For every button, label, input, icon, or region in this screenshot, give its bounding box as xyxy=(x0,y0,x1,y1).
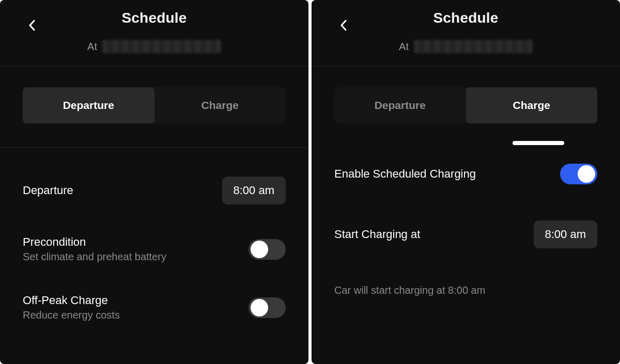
enable-scheduled-toggle[interactable] xyxy=(560,164,597,184)
precondition-label: Precondition xyxy=(23,235,166,249)
charging-hint: Car will start charging at 8:00 am xyxy=(334,284,597,296)
location-redacted xyxy=(102,40,221,53)
page-title: Schedule xyxy=(433,10,498,26)
mode-tabs: Departure Charge xyxy=(23,87,286,123)
tab-departure[interactable]: Departure xyxy=(23,87,154,123)
offpeak-toggle[interactable] xyxy=(249,297,286,318)
divider xyxy=(0,147,308,148)
offpeak-label: Off-Peak Charge xyxy=(23,294,120,307)
precondition-row: Precondition Set climate and preheat bat… xyxy=(23,235,286,263)
divider xyxy=(0,66,308,67)
location-redacted xyxy=(414,40,533,53)
start-charging-time-picker[interactable]: 8:00 am xyxy=(534,220,598,248)
departure-label: Departure xyxy=(23,184,73,197)
header: Schedule xyxy=(0,0,308,36)
header: Schedule xyxy=(312,0,620,36)
enable-scheduled-label: Enable Scheduled Charging xyxy=(334,167,476,181)
toggle-knob xyxy=(251,299,268,316)
right-panel: Schedule At Departure Charge Enable Sche… xyxy=(312,0,620,364)
location-prefix: At xyxy=(399,41,409,53)
offpeak-row: Off-Peak Charge Reduce energy costs xyxy=(23,294,286,321)
precondition-toggle[interactable] xyxy=(249,239,286,260)
back-button[interactable] xyxy=(336,18,351,33)
location-subheader: At xyxy=(0,36,308,57)
toggle-knob xyxy=(578,165,595,183)
tab-departure[interactable]: Departure xyxy=(334,87,466,123)
precondition-sublabel: Set climate and preheat battery xyxy=(23,251,166,263)
back-button[interactable] xyxy=(25,18,39,33)
departure-time-picker[interactable]: 8:00 am xyxy=(222,177,286,204)
charge-content: Enable Scheduled Charging Start Charging… xyxy=(312,164,620,296)
start-charging-row: Start Charging at 8:00 am xyxy=(334,220,597,248)
toggle-knob xyxy=(251,241,268,258)
enable-scheduled-row: Enable Scheduled Charging xyxy=(334,164,597,184)
start-charging-label: Start Charging at xyxy=(334,228,420,241)
active-tab-indicator xyxy=(513,141,564,145)
page-title: Schedule xyxy=(121,10,187,26)
departure-content: Departure 8:00 am Precondition Set clima… xyxy=(0,177,308,321)
left-panel: Schedule At Departure Charge Departure 8… xyxy=(0,0,308,364)
offpeak-sublabel: Reduce energy costs xyxy=(23,309,120,321)
mode-tabs: Departure Charge xyxy=(334,87,597,123)
tab-charge[interactable]: Charge xyxy=(466,87,598,123)
location-subheader: At xyxy=(312,36,620,57)
chevron-left-icon xyxy=(340,20,347,31)
chevron-left-icon xyxy=(28,20,36,31)
tab-charge[interactable]: Charge xyxy=(154,87,286,123)
departure-time-row: Departure 8:00 am xyxy=(23,177,286,204)
location-prefix: At xyxy=(87,41,97,53)
divider xyxy=(312,66,620,67)
